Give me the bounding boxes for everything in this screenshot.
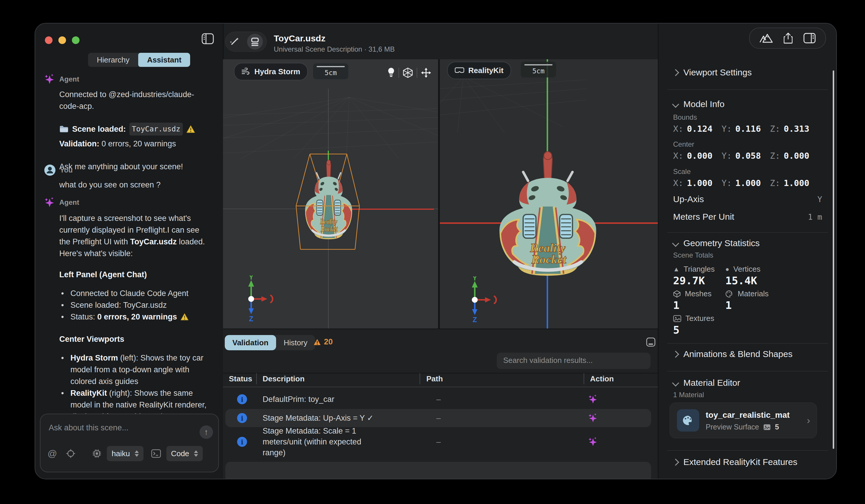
chat-input[interactable] xyxy=(48,423,178,433)
image-icon xyxy=(763,424,771,430)
mention-button[interactable]: @ xyxy=(47,448,57,459)
magic-wand-button[interactable] xyxy=(229,36,240,47)
toy-car-model[interactable] xyxy=(494,150,602,279)
context-picker-button[interactable] xyxy=(66,448,76,458)
agent-message-2: Agent I'll capture a screenshot to see w… xyxy=(44,196,217,427)
circle-icon: ● xyxy=(725,266,729,273)
minimize-traffic-light[interactable] xyxy=(58,36,66,44)
info-icon: i xyxy=(237,394,247,404)
column-header-description[interactable]: Description xyxy=(263,374,304,384)
agent-sparkle-icon xyxy=(44,197,55,208)
tab-hierarchy[interactable]: Hierarchy xyxy=(88,53,138,67)
crosshair-icon xyxy=(66,448,76,458)
tab-assistant[interactable]: Assistant xyxy=(138,53,190,67)
up-axis-row: Up-Axis Y xyxy=(673,194,822,204)
toggle-right-sidebar-button[interactable] xyxy=(803,33,816,44)
svg-text:Y: Y xyxy=(249,276,254,281)
material-card[interactable]: toy_car_realistic_mat Preview Surface 5 … xyxy=(670,402,817,438)
stat-value: 1 xyxy=(725,299,732,311)
warning-count-badge: 20 xyxy=(313,337,333,347)
validation-panel: Validation History 20 xyxy=(223,329,658,479)
agent-sparkle-icon xyxy=(44,74,55,85)
table-row[interactable]: i DefaultPrim: toy_car – xyxy=(225,390,651,408)
column-header-action[interactable]: Action xyxy=(590,374,614,384)
column-divider xyxy=(584,373,584,384)
table-row-clipped[interactable] xyxy=(225,462,651,479)
fix-sparkle-button[interactable] xyxy=(588,394,598,404)
scale-indicator: 5cm xyxy=(313,63,348,79)
chevron-updown-icon xyxy=(135,450,139,457)
toggle-left-sidebar-button[interactable] xyxy=(201,33,214,45)
scale-indicator: 5cm xyxy=(521,62,556,78)
send-button[interactable]: ↑ xyxy=(199,425,213,439)
chevron-updown-icon xyxy=(194,450,198,457)
stat-materials: Materials xyxy=(725,289,769,298)
user-message: You what do you see on screen ? xyxy=(44,164,217,191)
viewports: Hydra Storm 5cm xyxy=(223,59,658,329)
column-header-status[interactable]: Status xyxy=(229,374,252,384)
inspector-scrollbar[interactable] xyxy=(833,70,834,449)
maximize-traffic-light[interactable] xyxy=(72,36,80,44)
fix-sparkle-button[interactable] xyxy=(588,437,598,447)
stat-value: 15.4K xyxy=(725,274,757,286)
document-title-block: ToyCar.usdz Universal Scene Description … xyxy=(274,33,395,54)
chevron-right-icon: › xyxy=(807,414,810,426)
table-row[interactable]: i Stage Metadata: Up-Axis = Y ✓ – xyxy=(225,409,651,427)
chat-heading: Left Panel (Agent Chat) xyxy=(59,269,209,280)
section-extended-realitykit[interactable]: Extended RealityKit Features xyxy=(673,457,797,467)
list-item: • Hydra Storm (left): Shows the toy car … xyxy=(59,352,209,387)
meters-per-unit-row: Meters Per Unit 1 m xyxy=(673,212,822,222)
material-count: 1 Material xyxy=(673,391,704,399)
app-window: Hierarchy Assistant Agent Connected to @… xyxy=(35,23,837,479)
validation-search-input[interactable] xyxy=(503,355,645,365)
info-icon: i xyxy=(237,437,247,447)
sidebar-left-icon xyxy=(201,33,214,45)
section-animations[interactable]: Animations & Blend Shapes xyxy=(673,349,793,359)
close-traffic-light[interactable] xyxy=(45,36,53,44)
scale-label: Scale xyxy=(673,167,691,176)
viewport-realitykit[interactable]: RealityKit 5cm Y Z xyxy=(440,59,658,329)
scene-file-chip: ToyCar.usdz xyxy=(129,122,183,136)
material-thumbnail xyxy=(677,409,699,432)
center-area: ToyCar.usdz Universal Scene Description … xyxy=(223,23,658,479)
material-subtitle: Preview Surface 5 xyxy=(706,423,779,431)
palette-icon xyxy=(725,290,734,298)
renderer-badge-realitykit[interactable]: RealityKit xyxy=(447,62,511,79)
section-model-info[interactable]: Model Info xyxy=(673,99,725,109)
section-material-editor[interactable]: Material Editor xyxy=(673,378,740,388)
user-text: what do you see on screen ? xyxy=(59,179,209,191)
column-header-path[interactable]: Path xyxy=(426,374,443,384)
share-button[interactable] xyxy=(784,33,793,44)
mode-select[interactable]: Code xyxy=(166,446,203,461)
scene-list-button[interactable] xyxy=(247,34,263,50)
terminal-button[interactable] xyxy=(151,449,161,458)
agent-label: Agent xyxy=(59,198,79,207)
svg-text:Z: Z xyxy=(249,315,254,323)
stat-meshes: Meshes xyxy=(673,289,712,298)
section-viewport-settings[interactable]: Viewport Settings xyxy=(673,68,752,78)
viewport-hydra-storm[interactable]: Hydra Storm 5cm xyxy=(223,59,438,329)
fix-sparkle-button[interactable] xyxy=(588,413,598,423)
lighting-button[interactable] xyxy=(387,68,395,78)
environment-button[interactable] xyxy=(759,33,773,43)
chevron-right-icon xyxy=(672,69,679,76)
collapse-panel-button[interactable] xyxy=(646,337,656,347)
bounds-values: X:0.124 Y:0.116 Z:0.313 xyxy=(673,124,818,134)
table-row[interactable]: i Stage Metadata: Scale = 1 meters/unit … xyxy=(225,429,651,455)
tab-validation[interactable]: Validation xyxy=(225,335,276,350)
tab-history[interactable]: History xyxy=(276,335,315,350)
z-axis-line xyxy=(547,271,548,329)
chevron-right-icon xyxy=(672,351,679,358)
triangle-icon: ▲ xyxy=(673,266,680,273)
wireframe-button[interactable] xyxy=(403,68,413,78)
divider xyxy=(223,373,658,373)
bullet-list: •Connected to Claude Code Agent •Scene l… xyxy=(59,288,209,323)
section-geometry-statistics[interactable]: Geometry Statistics xyxy=(673,238,760,248)
validation-line: Validation: 0 errors, 20 warnings xyxy=(59,138,209,150)
model-select[interactable]: haiku xyxy=(107,446,143,461)
model-button[interactable] xyxy=(92,449,102,458)
list-item: •Connected to Claude Code Agent xyxy=(59,288,209,299)
move-tool-button[interactable] xyxy=(421,68,431,78)
axis-gizmo: Y Z xyxy=(462,276,500,323)
renderer-badge-hydra[interactable]: Hydra Storm xyxy=(234,63,308,80)
